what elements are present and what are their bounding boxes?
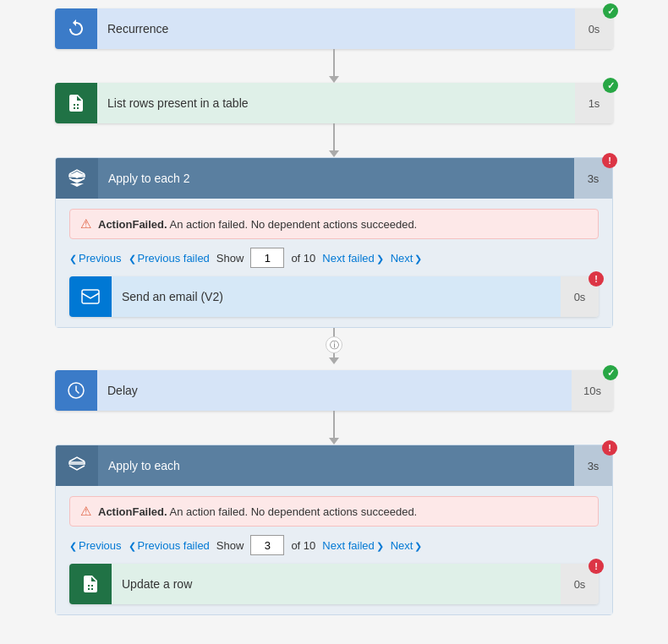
connector-arrow-1 (329, 76, 339, 83)
of-label-1: of 10 (291, 252, 315, 265)
delay-icon (55, 370, 97, 411)
update-row-label: Update a row (112, 564, 561, 604)
apply-each-header: Apply to each 3s (56, 445, 612, 486)
page-input-1[interactable] (250, 248, 284, 268)
update-row-header: Update a row 0s (69, 564, 599, 604)
show-label-1: Show (216, 252, 244, 265)
recurrence-label: Recurrence (97, 8, 575, 49)
chevron-right-icon-2 (414, 539, 422, 552)
excel-icon-2 (69, 564, 112, 604)
connector-2 (329, 123, 339, 157)
apply-each-pagination: Previous Previous failed Show of 10 Next… (69, 535, 599, 555)
connector-line-4 (333, 411, 335, 438)
delay-status-badge: ✓ (603, 365, 618, 380)
apply-each-error-banner: ⚠ ActionFailed. An action failed. No dep… (69, 496, 599, 527)
chevron-right-failed-icon-1 (376, 252, 384, 265)
connector-arrow-3 (329, 357, 339, 364)
chevron-right-icon-1 (414, 252, 422, 265)
show-label-2: Show (216, 539, 244, 552)
next-label-1: Next (391, 252, 413, 265)
apply-each-card: Apply to each 3s ! ⚠ ActionFailed. An ac… (55, 445, 613, 615)
connector-4 (329, 411, 339, 445)
apply-each-2-pagination: Previous Previous failed Show of 10 Next… (69, 248, 599, 268)
previous-label-2: Previous (79, 539, 122, 552)
apply-each-2-card: Apply to each 2 3s ! ⚠ ActionFailed. An … (55, 157, 613, 328)
recurrence-icon (55, 8, 97, 49)
send-email-label: Send an email (V2) (112, 276, 561, 317)
recurrence-status-badge: ✓ (603, 3, 618, 19)
previous-label-1: Previous (79, 252, 122, 265)
next-button-1[interactable]: Next (391, 252, 423, 265)
svg-rect-3 (69, 462, 85, 464)
apply-each-2-error-text: ActionFailed. An action failed. No depen… (98, 218, 417, 231)
listrows-step: List rows present in a table 1s ✓ (55, 83, 613, 123)
apply-each-2-header: Apply to each 2 3s (56, 158, 612, 199)
update-row-step: Update a row 0s ! (69, 564, 599, 604)
connector-arrow-4 (329, 438, 339, 445)
next-label-2: Next (391, 539, 413, 552)
apply-each-2-body: ⚠ ActionFailed. An action failed. No dep… (56, 199, 612, 327)
apply-each-label: Apply to each (98, 445, 574, 486)
next-failed-label-1: Next failed (322, 252, 374, 265)
connector-1 (329, 49, 339, 83)
send-email-step: Send an email (V2) 0s ! (69, 276, 599, 317)
outlook-icon (69, 276, 112, 317)
flow-container: Recurrence 0s ✓ List rows present in a t… (55, 8, 613, 615)
next-failed-button-2[interactable]: Next failed (322, 539, 383, 552)
excel-icon-1 (55, 83, 97, 123)
chevron-left-failed-icon-1 (129, 252, 136, 265)
apply-each-icon (56, 445, 98, 486)
previous-failed-button-2[interactable]: Previous failed (129, 539, 210, 552)
apply-each-status-badge: ! (602, 440, 617, 456)
next-failed-button-1[interactable]: Next failed (322, 252, 383, 265)
connector-3: ⓘ (329, 328, 339, 370)
send-email-header: Send an email (V2) 0s (69, 276, 599, 317)
listrows-status-badge: ✓ (603, 78, 618, 93)
listrows-label: List rows present in a table (97, 83, 575, 123)
apply-each-2-error-banner: ⚠ ActionFailed. An action failed. No dep… (69, 209, 599, 239)
recurrence-header: Recurrence 0s (55, 8, 613, 49)
delay-step: Delay 10s ✓ (55, 370, 613, 411)
previous-failed-label-2: Previous failed (138, 539, 210, 552)
apply-each-2-status-badge: ! (602, 153, 617, 168)
warning-icon-2: ⚠ (80, 504, 91, 519)
info-icon: ⓘ (326, 336, 342, 353)
chevron-left-failed-icon-2 (129, 539, 136, 552)
previous-button-1[interactable]: Previous (69, 252, 122, 265)
previous-button-2[interactable]: Previous (69, 539, 122, 552)
apply-each-body: ⚠ ActionFailed. An action failed. No dep… (56, 486, 612, 614)
recurrence-step: Recurrence 0s ✓ (55, 8, 613, 49)
warning-icon-1: ⚠ (80, 216, 91, 232)
next-button-2[interactable]: Next (391, 539, 423, 552)
listrows-header: List rows present in a table 1s (55, 83, 613, 123)
previous-failed-button-1[interactable]: Previous failed (129, 252, 210, 265)
connector-arrow-2 (329, 150, 339, 157)
delay-header: Delay 10s (55, 370, 613, 411)
next-failed-label-2: Next failed (322, 539, 374, 552)
chevron-left-icon-1 (69, 252, 77, 265)
chevron-right-failed-icon-2 (376, 539, 384, 552)
chevron-left-icon-2 (69, 539, 77, 552)
svg-rect-1 (82, 290, 99, 303)
apply-each-2-label: Apply to each 2 (98, 158, 574, 199)
previous-failed-label-1: Previous failed (138, 252, 210, 265)
delay-label: Delay (97, 370, 572, 411)
connector-line-2 (333, 123, 335, 150)
apply-each-2-icon (56, 158, 98, 199)
apply-each-error-text: ActionFailed. An action failed. No depen… (98, 505, 417, 518)
update-row-status-badge: ! (589, 559, 604, 574)
of-label-2: of 10 (291, 539, 315, 552)
send-email-status-badge: ! (589, 271, 604, 287)
connector-line-1 (333, 49, 335, 76)
page-input-2[interactable] (250, 535, 284, 555)
